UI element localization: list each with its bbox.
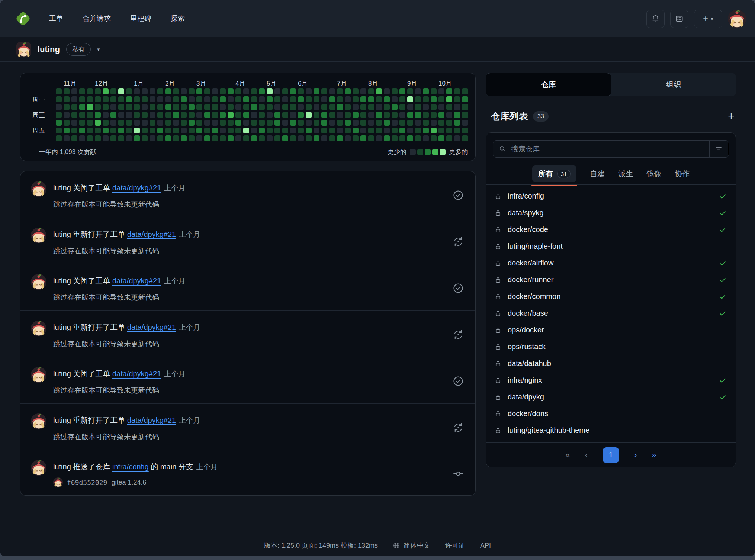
heatmap-cell[interactable]: [64, 120, 70, 126]
heatmap-cell[interactable]: [360, 104, 366, 110]
heatmap-cell[interactable]: [95, 112, 101, 118]
heatmap-cell[interactable]: [212, 88, 218, 94]
heatmap-cell[interactable]: [165, 96, 171, 102]
heatmap-cell[interactable]: [228, 128, 234, 133]
heatmap-cell[interactable]: [251, 135, 257, 141]
heatmap-cell[interactable]: [228, 104, 234, 110]
heatmap-cell[interactable]: [235, 88, 241, 94]
heatmap-cell[interactable]: [56, 120, 62, 126]
feed-username[interactable]: luting: [53, 323, 71, 331]
repo-row[interactable]: luting/maple-font: [486, 238, 736, 255]
heatmap-cell[interactable]: [189, 104, 195, 110]
heatmap-cell[interactable]: [189, 112, 195, 118]
heatmap-cell[interactable]: [251, 96, 257, 102]
heatmap-cell[interactable]: [87, 128, 93, 133]
heatmap-cell[interactable]: [298, 128, 304, 133]
heatmap-cell[interactable]: [95, 96, 101, 102]
repo-name[interactable]: infra/nginx: [508, 376, 713, 384]
heatmap-cell[interactable]: [431, 88, 437, 94]
gitea-logo-icon[interactable]: [14, 10, 32, 28]
heatmap-cell[interactable]: [392, 88, 398, 94]
heatmap-cell[interactable]: [173, 120, 179, 126]
feed-target-link[interactable]: data/dpykg#21: [112, 277, 161, 285]
heatmap-cell[interactable]: [150, 112, 155, 118]
heatmap-cell[interactable]: [259, 112, 265, 118]
repo-row[interactable]: data/spykg: [486, 205, 736, 221]
heatmap-cell[interactable]: [290, 120, 296, 126]
heatmap-cell[interactable]: [110, 128, 116, 133]
repo-row[interactable]: ops/docker: [486, 322, 736, 338]
heatmap-cell[interactable]: [290, 135, 296, 141]
repo-row[interactable]: docker/base: [486, 305, 736, 322]
heatmap-cell[interactable]: [267, 128, 273, 133]
heatmap-cell[interactable]: [267, 88, 273, 94]
feed-username[interactable]: luting: [53, 184, 71, 192]
heatmap-cell[interactable]: [267, 112, 273, 118]
heatmap-cell[interactable]: [321, 128, 327, 133]
heatmap-cell[interactable]: [423, 104, 429, 110]
heatmap-cell[interactable]: [110, 120, 116, 126]
heatmap-cell[interactable]: [173, 135, 179, 141]
heatmap-cell[interactable]: [71, 128, 77, 133]
heatmap-cell[interactable]: [56, 112, 62, 118]
user-avatar[interactable]: [728, 10, 746, 28]
heatmap-cell[interactable]: [314, 96, 319, 102]
heatmap-cell[interactable]: [259, 88, 265, 94]
heatmap-cell[interactable]: [431, 104, 437, 110]
heatmap-cell[interactable]: [79, 128, 85, 133]
heatmap-cell[interactable]: [384, 135, 390, 141]
heatmap-cell[interactable]: [259, 104, 265, 110]
heatmap-cell[interactable]: [212, 104, 218, 110]
heatmap-cell[interactable]: [353, 135, 359, 141]
heatmap-cell[interactable]: [173, 88, 179, 94]
heatmap-cell[interactable]: [118, 104, 124, 110]
heatmap-cell[interactable]: [446, 120, 452, 126]
repo-row[interactable]: docker/airflow: [486, 255, 736, 271]
feed-username[interactable]: luting: [53, 277, 71, 285]
repo-row[interactable]: data/datahub: [486, 355, 736, 372]
heatmap-cell[interactable]: [462, 96, 468, 102]
heatmap-cell[interactable]: [235, 104, 241, 110]
heatmap-cell[interactable]: [353, 128, 359, 133]
repo-name[interactable]: infra/config: [508, 192, 713, 200]
heatmap-cell[interactable]: [368, 128, 374, 133]
heatmap-cell[interactable]: [165, 104, 171, 110]
commit-hash[interactable]: f69d552029: [67, 479, 107, 486]
heatmap-cell[interactable]: [189, 88, 195, 94]
heatmap-cell[interactable]: [165, 135, 171, 141]
heatmap-cell[interactable]: [345, 135, 351, 141]
heatmap-cell[interactable]: [423, 128, 429, 133]
repo-name[interactable]: luting/maple-font: [508, 242, 727, 251]
heatmap-cell[interactable]: [126, 135, 132, 141]
heatmap-cell[interactable]: [110, 88, 116, 94]
repo-row[interactable]: docker/code: [486, 221, 736, 238]
heatmap-cell[interactable]: [306, 88, 312, 94]
heatmap-cell[interactable]: [462, 135, 468, 141]
heatmap-cell[interactable]: [399, 120, 405, 126]
heatmap-cell[interactable]: [438, 104, 444, 110]
heatmap-cell[interactable]: [384, 112, 390, 118]
heatmap-cell[interactable]: [376, 112, 382, 118]
heatmap-cell[interactable]: [376, 96, 382, 102]
heatmap-cell[interactable]: [243, 120, 249, 126]
heatmap-cell[interactable]: [329, 104, 335, 110]
heatmap-cell[interactable]: [150, 135, 155, 141]
heatmap-cell[interactable]: [376, 135, 382, 141]
heatmap-cell[interactable]: [329, 112, 335, 118]
heatmap-cell[interactable]: [306, 104, 312, 110]
heatmap-cell[interactable]: [267, 104, 273, 110]
heatmap-cell[interactable]: [415, 104, 421, 110]
repo-name[interactable]: docker/common: [508, 292, 713, 301]
heatmap-cell[interactable]: [134, 104, 140, 110]
heatmap-cell[interactable]: [282, 128, 288, 133]
repo-name[interactable]: docker/doris: [508, 409, 727, 418]
heatmap-cell[interactable]: [64, 96, 70, 102]
heatmap-cell[interactable]: [321, 120, 327, 126]
heatmap-cell[interactable]: [392, 104, 398, 110]
heatmap-cell[interactable]: [368, 96, 374, 102]
heatmap-cell[interactable]: [95, 120, 101, 126]
heatmap-cell[interactable]: [360, 88, 366, 94]
heatmap-cell[interactable]: [150, 88, 155, 94]
repo-row[interactable]: luting/gitea-github-theme: [486, 422, 736, 439]
heatmap-cell[interactable]: [95, 135, 101, 141]
